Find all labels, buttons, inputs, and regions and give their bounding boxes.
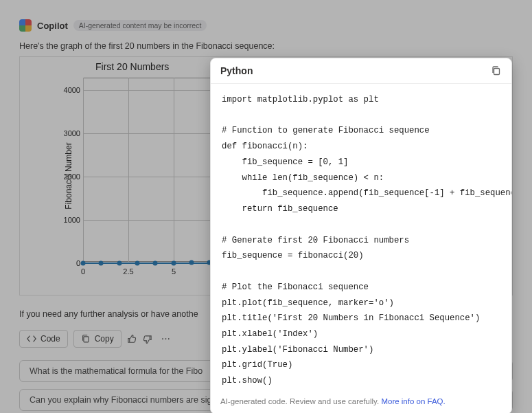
chart-line	[83, 263, 220, 264]
popover-header: Python	[211, 58, 511, 84]
svg-rect-0	[84, 337, 89, 342]
popover-footer-text: AI-generated code. Review and use carefu…	[220, 397, 381, 405]
thumbs-up-icon[interactable]	[127, 334, 137, 344]
data-point	[189, 260, 194, 265]
data-point	[117, 261, 122, 266]
copy-button[interactable]: Copy	[73, 330, 122, 348]
copilot-logo-icon	[19, 19, 32, 32]
data-point	[99, 261, 104, 266]
xtick-0: 0	[81, 267, 85, 276]
code-button-label: Code	[41, 334, 60, 344]
copy-icon	[81, 334, 91, 344]
popover-language-label: Python	[220, 65, 253, 76]
disclaimer-badge: AI-generated content may be incorrect	[73, 20, 207, 31]
code-icon	[27, 334, 36, 344]
copy-button-label: Copy	[95, 334, 114, 344]
data-point	[153, 261, 158, 266]
app-name: Copilot	[37, 21, 68, 31]
chart-title: First 20 Numbers	[95, 61, 169, 72]
ytick-0: 0	[58, 259, 80, 267]
code-button[interactable]: Code	[19, 330, 68, 348]
faq-link[interactable]: More info on FAQ.	[381, 397, 445, 405]
xtick-5: 5	[172, 267, 176, 276]
data-point	[172, 261, 176, 266]
more-actions-button[interactable]: ···	[157, 333, 174, 345]
intro-text: Here's the graph of the first 20 numbers…	[19, 41, 513, 51]
data-point	[81, 261, 86, 266]
thumbs-down-icon[interactable]	[142, 334, 152, 344]
xtick-2p5: 2.5	[123, 267, 133, 276]
popover-copy-button[interactable]	[491, 65, 502, 76]
data-point	[135, 261, 140, 266]
header: Copilot AI-generated content may be inco…	[19, 19, 513, 32]
ytick-3000: 3000	[58, 129, 80, 137]
ytick-2000: 2000	[58, 172, 80, 181]
code-content[interactable]: import matplotlib.pyplot as plt # Functi…	[211, 84, 511, 393]
ytick-1000: 1000	[58, 216, 80, 224]
svg-rect-1	[494, 69, 500, 75]
ytick-4000: 4000	[58, 86, 80, 94]
popover-footer: AI-generated code. Review and use carefu…	[211, 393, 511, 413]
code-popover: Python import matplotlib.pyplot as plt #…	[210, 58, 512, 413]
